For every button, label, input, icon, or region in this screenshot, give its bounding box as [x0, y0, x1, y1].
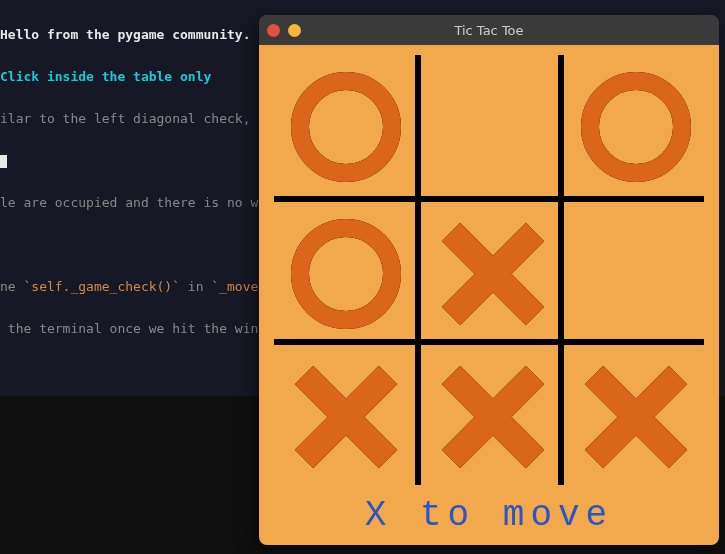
cell-1-0[interactable]: [274, 202, 417, 345]
svg-line-20: [594, 375, 678, 459]
svg-line-12: [304, 375, 388, 459]
svg-line-8: [451, 232, 535, 316]
svg-point-5: [300, 228, 392, 320]
window-titlebar[interactable]: Tic Tac Toe: [259, 15, 719, 45]
svg-point-3: [590, 81, 682, 173]
game-surface: X to move: [259, 45, 719, 545]
svg-line-18: [594, 375, 678, 459]
cell-2-2[interactable]: [564, 345, 707, 488]
svg-line-15: [451, 375, 535, 459]
svg-line-9: [451, 232, 535, 316]
traffic-lights: [267, 15, 301, 45]
svg-line-11: [304, 375, 388, 459]
status-text: X to move: [259, 495, 719, 536]
svg-line-6: [451, 232, 535, 316]
svg-line-16: [451, 375, 535, 459]
svg-line-19: [594, 375, 678, 459]
cell-2-1[interactable]: [421, 345, 564, 488]
svg-line-17: [451, 375, 535, 459]
svg-point-1: [300, 81, 392, 173]
svg-line-10: [304, 375, 388, 459]
cell-2-0[interactable]: [274, 345, 417, 488]
cell-0-1[interactable]: [421, 55, 564, 198]
svg-point-2: [590, 81, 682, 173]
cell-1-2[interactable]: [564, 202, 707, 345]
x-mark-icon: [433, 357, 553, 477]
x-mark-icon: [286, 357, 406, 477]
svg-point-4: [300, 228, 392, 320]
game-board: [274, 55, 704, 485]
svg-line-21: [594, 375, 678, 459]
cell-0-2[interactable]: [564, 55, 707, 198]
o-mark-icon: [286, 214, 406, 334]
svg-line-13: [304, 375, 388, 459]
cell-1-1[interactable]: [421, 202, 564, 345]
o-mark-icon: [576, 67, 696, 187]
x-mark-icon: [433, 214, 553, 334]
o-mark-icon: [286, 67, 406, 187]
window-minimize-button[interactable]: [288, 24, 301, 37]
x-mark-icon: [576, 357, 696, 477]
tic-tac-toe-window: Tic Tac Toe: [259, 15, 719, 545]
terminal-cursor: [0, 155, 7, 168]
terminal-line-1: Click inside the table only: [0, 69, 211, 84]
cell-0-0[interactable]: [274, 55, 417, 198]
svg-point-0: [300, 81, 392, 173]
svg-line-7: [451, 232, 535, 316]
window-title: Tic Tac Toe: [454, 23, 523, 38]
window-close-button[interactable]: [267, 24, 280, 37]
svg-line-14: [451, 375, 535, 459]
